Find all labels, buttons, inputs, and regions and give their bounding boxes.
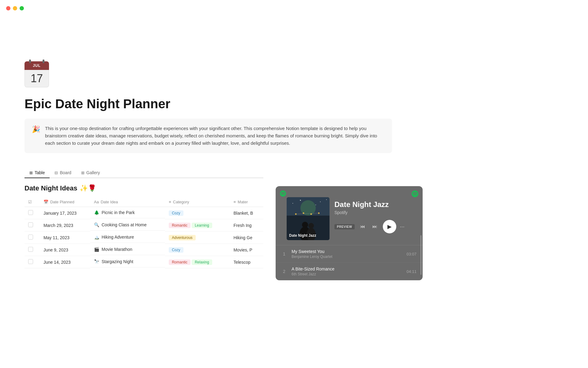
track-info: My Sweetest YouBenjamine Leroy Quartet <box>292 249 401 259</box>
col-header-idea: Aa Date Idea <box>90 197 165 207</box>
row-checkbox[interactable] <box>28 235 33 240</box>
cell-category: RomanticLearning <box>165 219 230 232</box>
spotify-logo-br <box>412 190 418 198</box>
description-text: This is your one-stop destination for cr… <box>45 125 385 147</box>
checkbox-icon: ☑ <box>28 200 32 204</box>
calendar-col-icon: 📅 <box>43 200 48 204</box>
idea-emoji: 🏔️ <box>94 235 99 240</box>
maximize-button[interactable] <box>20 6 24 10</box>
track-name: My Sweetest You <box>292 249 401 254</box>
table-row: June 9, 2023🎬Movie MarathonCozyMovies, P <box>24 244 263 256</box>
cell-idea: 🏔️Hiking Adventure <box>90 232 165 243</box>
col-header-material-label: Mater <box>238 200 248 204</box>
table-title-text: Date Night Ideas <box>24 184 77 192</box>
preview-badge: PREVIEW <box>334 224 355 229</box>
idea-text: Movie Marathon <box>102 247 132 252</box>
tab-table-label: Table <box>35 170 45 175</box>
track-number: 1 <box>282 251 287 256</box>
view-tabs: ⊞ Table ⊟ Board ⊞ Gallery <box>24 168 263 178</box>
track-name: A Bite-Sized Romance <box>292 266 401 271</box>
idea-text: Picnic in the Park <box>102 210 135 215</box>
player-scrollbar <box>420 235 421 274</box>
cell-material: Movies, P <box>230 244 263 256</box>
row-checkbox[interactable] <box>28 259 33 264</box>
cell-idea: 🎬Movie Marathon <box>90 244 165 255</box>
cell-category: Adventurous <box>165 232 230 244</box>
col-header-date: 📅 Date Planned <box>40 197 90 207</box>
cell-idea: 🔭Stargazing Night <box>90 256 165 267</box>
track-item[interactable]: 1My Sweetest YouBenjamine Leroy Quartet0… <box>276 245 423 263</box>
tab-table[interactable]: ⊞ Table <box>24 168 50 178</box>
list2-col-icon: ≡ <box>233 200 236 204</box>
row-checkbox[interactable] <box>28 247 33 252</box>
more-button[interactable]: ··· <box>400 224 405 230</box>
svg-point-9 <box>302 222 308 228</box>
player-source: Spotify <box>334 210 407 215</box>
cell-date: May 11, 2023 <box>40 232 90 244</box>
tab-board[interactable]: ⊟ Board <box>50 168 76 178</box>
player-header: Date Night Jazz Date Night Jazz Spotify … <box>281 191 418 240</box>
play-button[interactable]: ▶ <box>383 220 396 233</box>
minimize-button[interactable] <box>13 6 17 10</box>
player-album-title: Date Night Jazz <box>334 200 407 209</box>
tab-gallery[interactable]: ⊞ Gallery <box>76 168 105 178</box>
category-badge: Cozy <box>169 210 183 216</box>
calendar-month: JUL <box>24 61 49 70</box>
two-col-layout: ⊞ Table ⊟ Board ⊞ Gallery Date Night Ide… <box>24 168 429 280</box>
row-checkbox[interactable] <box>28 210 33 215</box>
track-number: 2 <box>282 269 287 274</box>
cell-idea: 🌲Picnic in the Park <box>90 207 165 218</box>
table-icon: ⊞ <box>29 171 33 175</box>
idea-text: Stargazing Night <box>102 259 134 264</box>
idea-emoji: 🔭 <box>94 259 99 264</box>
spotify-player: Date Night Jazz Date Night Jazz Spotify … <box>276 186 423 280</box>
tab-gallery-label: Gallery <box>86 170 100 175</box>
next-button[interactable]: ⏭ <box>371 222 379 231</box>
album-title-overlay: Date Night Jazz <box>289 233 316 238</box>
svg-point-11 <box>308 223 314 228</box>
cell-date: January 17, 2023 <box>40 207 90 219</box>
table-title-emojis: ✨🌹 <box>80 184 96 192</box>
spotify-logo-top <box>280 190 286 198</box>
col-header-category: ≡ Category <box>165 197 230 207</box>
player-info: Date Night Jazz Spotify PREVIEW ⏮ ⏭ ▶ ··… <box>330 197 412 236</box>
text-col-icon: Aa <box>94 200 99 204</box>
prev-button[interactable]: ⏮ <box>358 222 367 231</box>
track-duration: 03:07 <box>406 252 417 256</box>
calendar-icon: JUL 17 <box>24 61 49 87</box>
gallery-icon: ⊞ <box>81 171 85 175</box>
table-row: March 29, 2023🔍Cooking Class at HomeRoma… <box>24 219 263 232</box>
col-header-material: ≡ Mater <box>230 197 263 207</box>
traffic-lights <box>6 6 24 10</box>
svg-point-5 <box>300 200 301 201</box>
cell-date: June 14, 2023 <box>40 256 90 268</box>
cell-idea: 🔍Cooking Class at Home <box>90 219 165 231</box>
table-title: Date Night Ideas ✨🌹 <box>24 184 263 192</box>
idea-emoji: 🔍 <box>94 222 99 227</box>
spotify-wrapper: Date Night Jazz Date Night Jazz Spotify … <box>276 168 423 280</box>
player-controls: PREVIEW ⏮ ⏭ ▶ ··· <box>334 220 407 233</box>
table-section: ⊞ Table ⊟ Board ⊞ Gallery Date Night Ide… <box>24 168 263 268</box>
track-artist: Benjamine Leroy Quartet <box>292 255 401 259</box>
calendar-day: 17 <box>24 70 49 87</box>
svg-point-3 <box>292 203 293 204</box>
track-item[interactable]: 2A Bite-Sized Romance6th Street Jazz04:1… <box>276 263 423 280</box>
svg-point-7 <box>326 199 327 200</box>
list-col-icon: ≡ <box>169 200 171 204</box>
category-badge: Cozy <box>169 247 183 253</box>
row-checkbox[interactable] <box>28 222 33 227</box>
svg-point-4 <box>320 201 321 202</box>
description-emoji: 🎉 <box>32 125 40 147</box>
description-box: 🎉 This is your one-stop destination for … <box>24 119 392 153</box>
cell-material: Hiking Ge <box>230 232 263 244</box>
table-row: January 17, 2023🌲Picnic in the ParkCozyB… <box>24 207 263 219</box>
category-badge: Learning <box>192 223 212 228</box>
close-button[interactable] <box>6 6 10 10</box>
track-artist: 6th Street Jazz <box>292 272 401 276</box>
idea-text: Cooking Class at Home <box>102 222 147 227</box>
cell-material: Blanket, B <box>230 207 263 219</box>
tab-board-label: Board <box>60 170 71 175</box>
board-icon: ⊟ <box>55 171 58 175</box>
category-badge: Romantic <box>169 223 190 228</box>
category-badge: Relaxing <box>192 259 212 265</box>
